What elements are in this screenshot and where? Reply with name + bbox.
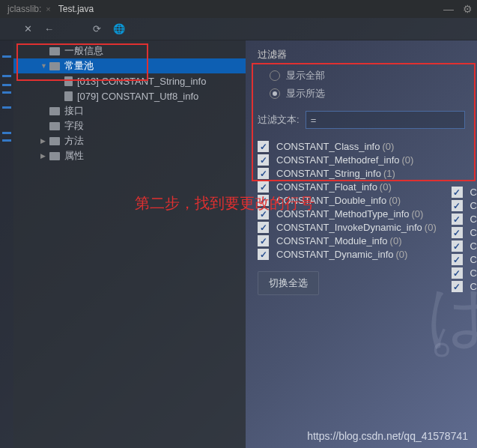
tree-item-label: 接口: [64, 104, 84, 118]
check-label: C: [470, 187, 477, 198]
check-label: CONSTANT_InvokeDynamic_info: [276, 222, 422, 233]
check-count: (0): [402, 154, 414, 166]
close-icon[interactable]: ✕: [24, 23, 32, 34]
filter-check-row[interactable]: ✓C: [452, 267, 477, 279]
check-label: CONSTANT_Class_info: [276, 141, 380, 152]
folder-icon: [49, 62, 60, 70]
check-label: C: [470, 240, 477, 252]
checkbox-icon: ✓: [452, 187, 463, 198]
minimize-icon[interactable]: —: [439, 3, 458, 15]
chevron-right-icon: ▶: [40, 137, 48, 145]
check-label: CONSTANT_Double_info: [276, 195, 386, 206]
filter-check-row[interactable]: ✓CONSTANT_InvokeDynamic_info (0): [258, 222, 465, 233]
filter-title: 过滤器: [258, 48, 465, 61]
checkbox-icon: ✓: [258, 222, 269, 233]
checkbox-icon: ✓: [258, 154, 269, 166]
filter-check-row[interactable]: ✓CONSTANT_Double_info (0): [258, 195, 465, 206]
radio-show-all[interactable]: 显示全部: [270, 69, 465, 82]
tree-item-label: [013] CONSTANT_String_info: [77, 76, 206, 87]
filter-check-row[interactable]: ✓C: [452, 240, 477, 252]
filter-check-row[interactable]: ✓C: [452, 200, 477, 211]
filter-check-row[interactable]: ✓CONSTANT_Methodref_info (0): [258, 154, 465, 166]
filter-panel: 过滤器 显示全部 显示所选 过滤文本: ✓CONSTANT_Class_info…: [246, 40, 477, 448]
tree-item[interactable]: [013] CONSTANT_String_info: [13, 73, 246, 88]
folder-icon: [49, 107, 60, 115]
chevron-right-icon: ▶: [40, 152, 48, 160]
tree-item[interactable]: ▶方法: [13, 133, 246, 148]
check-count: (0): [380, 181, 392, 193]
checkbox-icon: ✓: [452, 240, 463, 252]
check-label: C: [470, 214, 477, 225]
globe-icon[interactable]: 🌐: [113, 23, 125, 34]
radio-label: 显示所选: [286, 87, 325, 100]
tab-jclasslib[interactable]: jclasslib:: [0, 1, 49, 16]
folder-icon: [49, 47, 60, 55]
filter-check-row[interactable]: ✓C: [452, 254, 477, 265]
toggle-all-button[interactable]: 切换全选: [258, 271, 319, 295]
radio-icon: [270, 70, 280, 81]
check-count: (0): [412, 208, 424, 220]
refresh-icon[interactable]: ⟳: [93, 23, 101, 34]
checkbox-icon: ✓: [258, 208, 269, 220]
radio-label: 显示全部: [286, 69, 325, 82]
filter-check-row[interactable]: ✓CONSTANT_Float_info (0): [258, 181, 465, 193]
gutter: [0, 40, 13, 448]
tree-item-label: 字段: [64, 119, 84, 133]
filter-check-row[interactable]: ✓CONSTANT_Module_info (0): [258, 235, 465, 246]
check-count: (0): [390, 235, 402, 246]
tree-item[interactable]: ▼常量池: [13, 58, 246, 73]
filter-check-row[interactable]: ✓C: [452, 187, 477, 198]
check-label: CONSTANT_Module_info: [276, 235, 388, 246]
check-count: (1): [383, 168, 395, 179]
gear-icon[interactable]: ⚙: [458, 3, 477, 15]
filter-check-row[interactable]: ✓CONSTANT_String_info (1): [258, 168, 465, 179]
checkbox-icon: ✓: [258, 235, 269, 246]
tree-item[interactable]: 字段: [13, 118, 246, 133]
tree-item[interactable]: [079] CONSTANT_Utf8_info: [13, 88, 246, 103]
chevron-down-icon: ▼: [40, 62, 48, 70]
check-label: C: [470, 267, 477, 279]
checkbox-icon: ✓: [258, 141, 269, 152]
filter-check-row[interactable]: ✓CONSTANT_Dynamic_info (0): [258, 249, 465, 260]
folder-icon: [49, 122, 60, 130]
tree-item[interactable]: ▶属性: [13, 148, 246, 163]
tree-item-label: 一般信息: [64, 44, 103, 58]
check-count: (0): [425, 222, 437, 233]
filter-text-input[interactable]: [306, 111, 465, 129]
toolbar: ✕ ← ⟳ 🌐: [0, 18, 477, 40]
tree-item-label: 方法: [64, 134, 84, 148]
tree-item-label: [079] CONSTANT_Utf8_info: [77, 91, 198, 102]
checkbox-icon: ✓: [452, 214, 463, 225]
filter-check-row[interactable]: ✓C: [452, 214, 477, 225]
filter-check-row[interactable]: ✓CONSTANT_MethodType_info (0): [258, 208, 465, 220]
radio-icon: [270, 88, 280, 99]
file-icon: [64, 76, 73, 86]
tree-item-label: 常量池: [64, 59, 94, 73]
radio-show-selected[interactable]: 显示所选: [270, 87, 465, 100]
tree-item[interactable]: 接口: [13, 103, 246, 118]
check-label: CONSTANT_Methodref_info: [276, 154, 400, 166]
checkbox-icon: ✓: [452, 281, 463, 292]
watermark: https://blog.csdn.net/qq_41578741: [307, 430, 468, 442]
checkbox-icon: ✓: [452, 200, 463, 211]
filter-check-row[interactable]: ✓CONSTANT_Class_info (0): [258, 141, 465, 152]
check-label: CONSTANT_MethodType_info: [276, 208, 410, 220]
file-icon: [64, 91, 73, 101]
check-count: (0): [389, 195, 401, 206]
tab-test-java[interactable]: Test.java: [51, 1, 101, 16]
tab-bar: jclasslib: × Test.java — ⚙: [0, 0, 477, 18]
tree-item-label: 属性: [64, 149, 84, 163]
checkbox-icon: ✓: [452, 254, 463, 265]
checkbox-icon: ✓: [258, 195, 269, 206]
filter-check-row[interactable]: ✓C: [452, 227, 477, 238]
check-label: C: [470, 281, 477, 292]
checkbox-icon: ✓: [452, 227, 463, 238]
check-label: CONSTANT_String_info: [276, 168, 381, 179]
tree-item[interactable]: 一般信息: [13, 43, 246, 58]
filter-text-label: 过滤文本:: [258, 113, 300, 127]
folder-icon: [49, 137, 60, 145]
check-label: C: [470, 200, 477, 211]
check-label: C: [470, 227, 477, 238]
back-icon[interactable]: ←: [44, 23, 54, 34]
filter-check-row[interactable]: ✓C: [452, 281, 477, 292]
